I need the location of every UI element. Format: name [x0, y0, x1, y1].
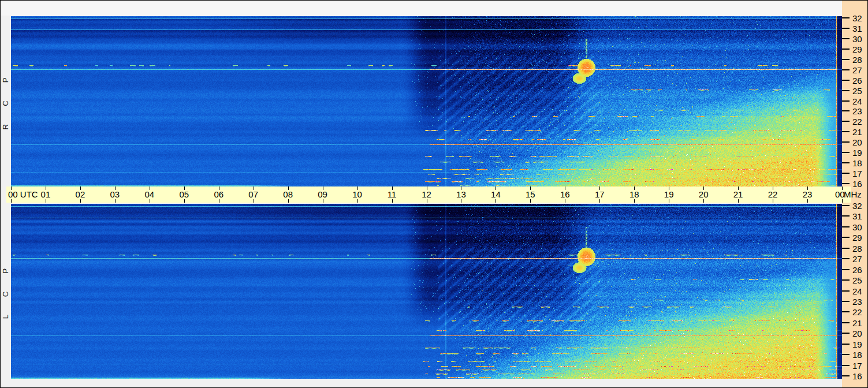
freq-tick — [842, 69, 850, 70]
freq-tick — [842, 237, 850, 238]
time-tick — [530, 199, 531, 203]
freq-tick-label: 16 — [852, 371, 862, 381]
freq-tick — [842, 38, 850, 39]
time-tick-label: 18 — [629, 189, 639, 199]
freq-tick-label: 25 — [852, 86, 862, 96]
time-tick — [288, 199, 289, 203]
time-tick — [842, 199, 843, 203]
freq-tick — [842, 59, 850, 60]
time-tick — [669, 199, 669, 203]
time-tick-label: 12 — [422, 189, 431, 199]
freq-tick-label: 20 — [852, 329, 862, 338]
freq-tick — [842, 162, 850, 163]
freq-tick — [842, 365, 850, 366]
time-tick — [807, 199, 808, 203]
freq-tick-label: 20 — [852, 137, 862, 147]
time-tick-label: 14 — [491, 189, 501, 199]
time-tick — [219, 199, 219, 203]
freq-tick — [842, 279, 850, 281]
time-tick — [496, 199, 496, 203]
freq-tick — [842, 301, 850, 302]
time-tick-label: 11 — [388, 189, 397, 199]
time-tick — [565, 199, 565, 203]
freq-tick — [842, 110, 850, 111]
freq-tick — [842, 226, 850, 227]
freq-tick — [842, 290, 850, 292]
lcp-axis-label: L C P — [1, 204, 11, 379]
time-tick-label: 02 — [76, 189, 85, 199]
freq-tick — [842, 375, 850, 376]
lcp-axis-label-text: L C P — [2, 264, 10, 319]
time-axis: 00 UTC0102030405060708091011121314151617… — [6, 186, 851, 203]
time-tick — [184, 199, 185, 203]
freq-tick-label: 26 — [852, 76, 862, 85]
time-tick — [461, 199, 461, 203]
freq-tick — [842, 354, 850, 355]
freq-tick — [842, 100, 850, 102]
spectrogram-rcp — [11, 16, 842, 186]
freq-tick-label: 30 — [852, 34, 862, 44]
time-tick-label: 16 — [560, 189, 570, 199]
freq-tick-label: 16 — [852, 179, 862, 189]
time-tick-label: 05 — [179, 189, 189, 199]
freq-tick — [842, 333, 850, 334]
freq-tick — [842, 205, 850, 206]
time-tick-label: 21 — [733, 189, 743, 199]
freq-tick — [842, 28, 850, 29]
freq-tick-label: 24 — [852, 286, 862, 296]
time-tick — [323, 199, 323, 203]
freq-tick-label: 24 — [852, 96, 862, 106]
rcp-axis-label: R C P — [1, 16, 11, 186]
freq-tick — [842, 131, 850, 132]
time-tick-label: 17 — [595, 189, 605, 199]
freq-tick-label: 25 — [852, 275, 862, 285]
mhz-unit-label: MHz — [844, 189, 862, 199]
time-tick — [80, 199, 81, 203]
freq-tick — [842, 248, 850, 249]
freq-tick-label: 32 — [852, 201, 862, 211]
time-tick — [634, 199, 635, 203]
freq-tick-label: 28 — [852, 244, 862, 253]
time-tick-label: 08 — [283, 189, 293, 199]
freq-tick-label: 23 — [852, 297, 862, 307]
freq-tick-label: 21 — [852, 127, 862, 137]
freq-tick — [842, 311, 850, 312]
freq-tick — [842, 183, 850, 184]
title-bar: AJ4CO Observatory 13 Nov 2016 - DPS on T… — [1, 1, 842, 16]
time-tick-label: 23 — [803, 189, 813, 199]
freq-tick-label: 18 — [852, 158, 862, 168]
freq-tick-label: 17 — [852, 361, 862, 371]
time-tick — [738, 199, 739, 203]
time-tick — [773, 199, 773, 203]
freq-tick — [842, 141, 850, 143]
time-tick-label: 22 — [768, 189, 778, 199]
freq-tick-label: 26 — [852, 265, 862, 275]
freq-tick-label: 27 — [852, 254, 862, 264]
time-tick-label: 09 — [318, 189, 327, 199]
freq-tick — [842, 215, 850, 217]
freq-tick-label: 19 — [852, 339, 862, 349]
freq-tick-label: 21 — [852, 318, 862, 328]
freq-tick-label: 32 — [852, 13, 862, 23]
time-tick — [427, 199, 427, 203]
time-tick-label: 00 UTC — [8, 189, 38, 199]
freq-tick — [842, 17, 850, 18]
freq-tick — [842, 173, 850, 174]
freq-tick — [842, 258, 850, 259]
freq-tick-label: 29 — [852, 44, 862, 54]
time-tick — [357, 199, 358, 203]
freq-tick-label: 18 — [852, 350, 862, 360]
time-tick-label: 06 — [214, 189, 223, 199]
time-tick-label: 01 — [41, 189, 51, 199]
freq-tick-label: 22 — [852, 117, 862, 126]
freq-tick — [842, 90, 850, 91]
freq-tick-label: 22 — [852, 307, 862, 317]
time-tick-label: 13 — [456, 189, 466, 199]
time-tick-label: 04 — [144, 189, 154, 199]
freq-tick-label: 29 — [852, 233, 862, 242]
freq-tick — [842, 48, 850, 50]
freq-tick-label: 27 — [852, 65, 862, 75]
freq-tick-label: 23 — [852, 106, 862, 116]
time-tick — [254, 199, 254, 203]
time-tick-label: 10 — [352, 189, 362, 199]
